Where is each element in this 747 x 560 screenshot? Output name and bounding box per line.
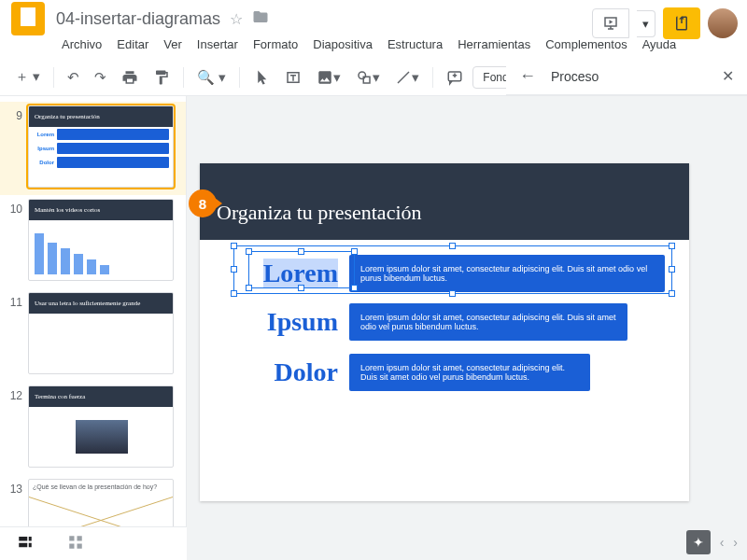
panel-close-icon[interactable]: ✕: [722, 67, 734, 85]
slides-logo[interactable]: [11, 2, 45, 35]
diagram-row-3[interactable]: Dolor Lorem ipsum dolor sit amet, consec…: [237, 354, 590, 391]
menu-insertar[interactable]: Insertar: [191, 34, 244, 55]
thumbnail-10[interactable]: Mantén los videos cortos: [28, 199, 174, 281]
thumb-image: [76, 420, 128, 454]
share-button[interactable]: [663, 7, 700, 39]
svg-rect-7: [19, 537, 27, 541]
account-avatar[interactable]: [708, 8, 738, 38]
diagram-panel-header: ← Proceso ✕: [506, 58, 747, 95]
svg-line-3: [398, 72, 409, 83]
line-tool[interactable]: ▾: [389, 65, 425, 90]
prev-arrow-icon[interactable]: ‹: [720, 535, 725, 550]
thumb-title: Usar una letra lo suficientemente grande: [29, 293, 173, 314]
thumbnail-panel: 9 Organiza tu presentación Lorem Ipsum D…: [0, 96, 187, 560]
menu-editar[interactable]: Editar: [111, 34, 154, 55]
svg-point-1: [359, 72, 366, 79]
thumb-number: 12: [9, 385, 22, 468]
present-button[interactable]: [592, 8, 629, 38]
view-toggle-bar: [0, 526, 187, 560]
svg-rect-9: [29, 537, 32, 541]
filmstrip-view-icon[interactable]: [0, 528, 50, 559]
next-arrow-icon[interactable]: ›: [733, 535, 738, 550]
svg-rect-11: [69, 536, 74, 540]
grid-view-icon[interactable]: [50, 528, 101, 559]
svg-rect-10: [29, 543, 32, 548]
panel-title: Proceso: [551, 69, 599, 84]
textbox-tool[interactable]: [279, 65, 307, 90]
move-folder-icon[interactable]: [252, 8, 269, 29]
explore-button[interactable]: ✦: [686, 530, 711, 554]
menu-estructura[interactable]: Estructura: [382, 34, 448, 55]
image-tool[interactable]: ▾: [311, 65, 346, 90]
tutorial-marker: 8: [189, 189, 220, 217]
thumbnail-11[interactable]: Usar una letra lo suficientemente grande: [28, 292, 174, 374]
svg-rect-12: [78, 536, 82, 540]
thumb-number: 11: [9, 292, 22, 374]
menu-herramientas[interactable]: Herramientas: [452, 34, 536, 55]
canvas-area[interactable]: Organiza tu presentación Lorem Lorem ips…: [187, 96, 747, 560]
paint-format-button[interactable]: [148, 65, 176, 90]
undo-button[interactable]: ↶: [62, 65, 85, 90]
thumb-label: Ipsum: [33, 146, 57, 151]
slide-canvas[interactable]: Organiza tu presentación Lorem Lorem ips…: [200, 163, 689, 501]
doc-title[interactable]: 04-insertar-diagramas: [56, 9, 220, 29]
comment-button[interactable]: [441, 65, 469, 90]
thumb-label: Lorem: [33, 132, 57, 137]
thumb-title: Mantén los videos cortos: [29, 200, 173, 220]
print-button[interactable]: [116, 65, 144, 90]
diagram-box-3[interactable]: Lorem ipsum dolor sit amet, consectetur …: [349, 354, 590, 391]
thumb-label: Dolor: [33, 160, 57, 165]
menu-ver[interactable]: Ver: [158, 34, 188, 55]
svg-rect-14: [78, 544, 82, 549]
zoom-button[interactable]: 🔍 ▾: [191, 65, 232, 90]
svg-rect-13: [69, 544, 74, 549]
diagram-label-2[interactable]: Ipsum: [237, 307, 349, 337]
thumb-title: Organiza tu presentación: [29, 106, 173, 127]
diagram-label-3[interactable]: Dolor: [237, 357, 349, 387]
new-slide-button[interactable]: ＋ ▾: [9, 64, 46, 90]
thumb-number: 9: [9, 105, 22, 188]
svg-rect-8: [19, 543, 27, 548]
thumbnail-9[interactable]: Organiza tu presentación Lorem Ipsum Dol…: [28, 105, 174, 188]
thumbnail-12[interactable]: Termina con fuerza: [28, 385, 174, 468]
thumb-title: Termina con fuerza: [29, 386, 173, 407]
menu-archivo[interactable]: Archivo: [56, 34, 107, 55]
tutorial-marker-number: 8: [189, 189, 217, 217]
menu-diapositiva[interactable]: Diapositiva: [307, 34, 378, 55]
shape-tool[interactable]: ▾: [350, 65, 386, 90]
star-icon[interactable]: ☆: [230, 10, 243, 28]
select-tool[interactable]: [247, 65, 275, 90]
panel-back-icon[interactable]: ←: [519, 66, 536, 86]
thumb-number: 10: [9, 199, 22, 281]
present-dropdown[interactable]: ▾: [637, 10, 655, 37]
slide-title[interactable]: Organiza tu presentación: [200, 163, 689, 240]
text-selection-outline: [248, 251, 355, 288]
redo-button[interactable]: ↷: [89, 65, 112, 90]
menu-formato[interactable]: Formato: [247, 34, 303, 55]
diagram-row-2[interactable]: Ipsum Lorem ipsum dolor sit amet, consec…: [237, 303, 627, 341]
diagram-box-2[interactable]: Lorem ipsum dolor sit amet, consectetur …: [349, 303, 627, 341]
